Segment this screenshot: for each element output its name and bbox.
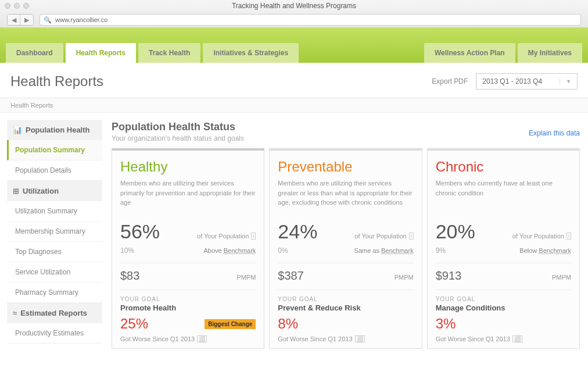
tab-track-health[interactable]: Track Health (138, 43, 200, 63)
url-bar[interactable]: 🔍 www.ryancollier.co (40, 14, 581, 26)
page-header: Health Reports Export PDF 2013 Q1 - 2013… (0, 63, 588, 98)
sidebar-item-pharmacy-summary[interactable]: Pharmacy Summary (7, 283, 102, 303)
info-icon[interactable]: i (567, 233, 571, 240)
benchmark-label: Below Benchmark (519, 247, 571, 254)
search-icon: 🔍 (44, 16, 52, 24)
trend-text: Got Worse Since Q1 2013 ⬜ (436, 335, 571, 342)
tab-dashboard[interactable]: Dashboard (6, 43, 63, 63)
chart-icon[interactable]: ⬜ (512, 335, 522, 342)
tab-my-initiatives[interactable]: My Initiatives (518, 43, 582, 63)
goal-heading: YOUR GOAL (120, 296, 256, 302)
chart-icon[interactable]: ⬜ (355, 335, 365, 342)
card-title: Healthy (120, 159, 256, 175)
forward-icon[interactable]: ▶ (20, 15, 33, 25)
sidebar-item-population-summary[interactable]: Population Summary (7, 140, 102, 160)
goal-name: Prevent & Reduce Risk (278, 303, 413, 312)
cost-value: $83 (120, 269, 139, 283)
tab-health-reports[interactable]: Health Reports (66, 43, 136, 63)
page-title: Health Reports (10, 73, 103, 90)
explain-data-link[interactable]: Explain this data (529, 129, 580, 137)
card-description: Members who are utilizing their services… (278, 178, 413, 210)
info-icon[interactable]: i (251, 233, 256, 240)
goal-pct: 25% (120, 316, 148, 332)
trend-text: Got Worse Since Q1 2013 ⬜ (278, 335, 413, 342)
delta-pct: 10% (120, 246, 134, 255)
tabs-left: DashboardHealth ReportsTrack HealthIniti… (6, 43, 424, 63)
card-healthy[interactable]: HealthyMembers who are utilizing their s… (112, 148, 264, 349)
pmpm-label: PMPM (395, 274, 414, 281)
sidebar-section-estimated-reports[interactable]: ≈Estimated Reports (7, 303, 102, 323)
url-text: www.ryancollier.co (55, 16, 107, 23)
grid-icon: ⊞ (13, 187, 19, 195)
section-title: Population Health Status (112, 121, 244, 133)
goal-heading: YOUR GOAL (278, 296, 413, 302)
card-title: Preventable (278, 159, 413, 175)
sidebar-item-population-details[interactable]: Population Details (7, 160, 102, 181)
main-content: Population Health Status Your organizati… (102, 113, 588, 349)
cost-value: $913 (436, 269, 462, 283)
delta-pct: 9% (436, 246, 446, 255)
window-title: Tracking Health and Wellness Programs (0, 2, 588, 10)
browser-chrome: Tracking Health and Wellness Programs ◀ … (0, 0, 588, 28)
population-label: of Your Population i (354, 233, 413, 240)
export-pdf-link[interactable]: Export PDF (432, 77, 468, 85)
sidebar: 📊Population HealthPopulation SummaryPopu… (0, 113, 102, 349)
card-description: Members who currently have at least one … (436, 178, 571, 210)
tabs-right: Wellness Action PlanMy Initiatives (424, 43, 582, 63)
sidebar-item-utilization-summary[interactable]: Utilization Summary (7, 201, 102, 221)
card-chronic[interactable]: ChronicMembers who currently have at lea… (427, 148, 580, 349)
breadcrumb[interactable]: Health Reports (0, 98, 588, 113)
chevron-down-icon: ▼ (560, 78, 571, 84)
cards-row: HealthyMembers who are utilizing their s… (112, 148, 580, 349)
date-range-value: 2013 Q1 - 2013 Q4 (482, 77, 542, 85)
chart-icon[interactable]: ⬜ (197, 335, 207, 342)
goal-name: Manage Conditions (436, 303, 571, 312)
population-pct: 24% (278, 220, 317, 243)
sidebar-section-utilization[interactable]: ⊞Utilization (7, 181, 102, 201)
back-icon[interactable]: ◀ (8, 15, 20, 25)
cost-value: $387 (278, 269, 304, 283)
pmpm-label: PMPM (552, 274, 571, 281)
sidebar-section-population-health[interactable]: 📊Population Health (7, 120, 102, 140)
date-range-select[interactable]: 2013 Q1 - 2013 Q4 ▼ (476, 73, 578, 90)
sidebar-item-productivity-estimates[interactable]: Productivity Estimates (7, 323, 102, 344)
nav-back-forward[interactable]: ◀ ▶ (7, 14, 34, 26)
approx-icon: ≈ (13, 309, 17, 317)
card-preventable[interactable]: PreventableMembers who are utilizing the… (269, 148, 422, 349)
tab-initiatives-strategies[interactable]: Initiatives & Strategies (203, 43, 299, 63)
benchmark-label: Above Benchmark (203, 247, 256, 254)
population-label: of Your Population i (197, 233, 256, 240)
trend-text: Got Worse Since Q1 2013 ⬜ (120, 335, 256, 342)
biggest-change-badge: Biggest Change (205, 319, 256, 329)
top-nav-banner: DashboardHealth ReportsTrack HealthIniti… (0, 28, 588, 63)
delta-pct: 0% (278, 246, 288, 255)
goal-pct: 8% (278, 316, 298, 332)
section-subtitle: Your organization's health status and go… (112, 134, 244, 142)
goal-pct: 3% (436, 316, 456, 332)
population-pct: 20% (436, 220, 475, 243)
card-description: Members who are utilizing their services… (120, 178, 256, 210)
chart-icon: 📊 (13, 126, 22, 134)
goal-name: Promote Health (120, 303, 256, 312)
card-title: Chronic (436, 159, 571, 175)
sidebar-item-top-diagnoses[interactable]: Top Diagnoses (7, 242, 102, 262)
tab-wellness-action-plan[interactable]: Wellness Action Plan (424, 43, 515, 63)
goal-heading: YOUR GOAL (436, 296, 571, 302)
population-label: of Your Population i (512, 233, 571, 240)
benchmark-label: Same as Benchmark (354, 247, 414, 254)
pmpm-label: PMPM (236, 274, 256, 281)
sidebar-item-membership-summary[interactable]: Membership Summary (7, 221, 102, 242)
sidebar-item-service-utilization[interactable]: Service Utilization (7, 262, 102, 283)
info-icon[interactable]: i (409, 233, 414, 240)
population-pct: 56% (120, 220, 160, 243)
